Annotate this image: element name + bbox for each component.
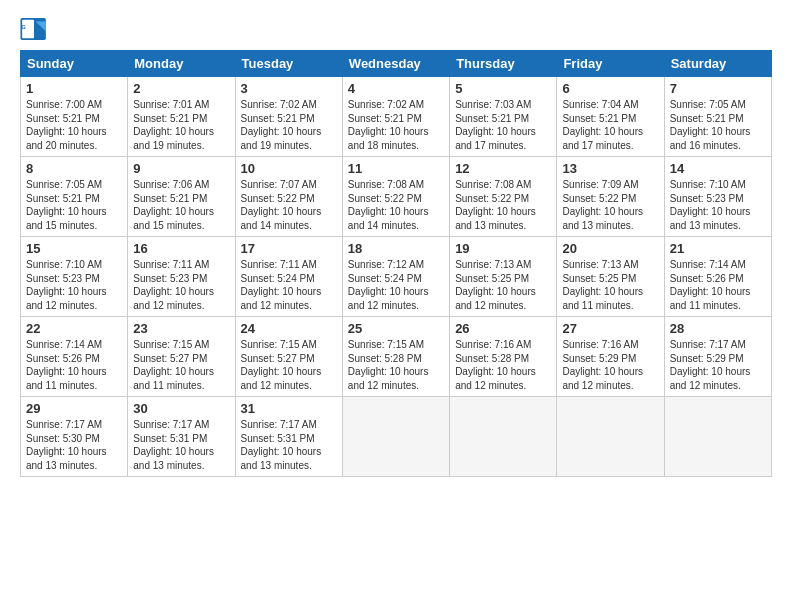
day-number: 31 <box>241 401 337 416</box>
day-info: Sunrise: 7:14 AM Sunset: 5:26 PM Dayligh… <box>670 258 766 312</box>
weekday-header: Tuesday <box>235 51 342 77</box>
day-number: 30 <box>133 401 229 416</box>
weekday-header: Wednesday <box>342 51 449 77</box>
day-number: 20 <box>562 241 658 256</box>
day-info: Sunrise: 7:00 AM Sunset: 5:21 PM Dayligh… <box>26 98 122 152</box>
calendar-week-row: 8Sunrise: 7:05 AM Sunset: 5:21 PM Daylig… <box>21 157 772 237</box>
calendar-cell: 20Sunrise: 7:13 AM Sunset: 5:25 PM Dayli… <box>557 237 664 317</box>
day-number: 17 <box>241 241 337 256</box>
day-info: Sunrise: 7:12 AM Sunset: 5:24 PM Dayligh… <box>348 258 444 312</box>
day-info: Sunrise: 7:07 AM Sunset: 5:22 PM Dayligh… <box>241 178 337 232</box>
day-info: Sunrise: 7:05 AM Sunset: 5:21 PM Dayligh… <box>670 98 766 152</box>
day-info: Sunrise: 7:08 AM Sunset: 5:22 PM Dayligh… <box>348 178 444 232</box>
day-number: 27 <box>562 321 658 336</box>
day-info: Sunrise: 7:01 AM Sunset: 5:21 PM Dayligh… <box>133 98 229 152</box>
day-number: 28 <box>670 321 766 336</box>
day-number: 29 <box>26 401 122 416</box>
calendar-cell: 2Sunrise: 7:01 AM Sunset: 5:21 PM Daylig… <box>128 77 235 157</box>
calendar-cell: 13Sunrise: 7:09 AM Sunset: 5:22 PM Dayli… <box>557 157 664 237</box>
day-info: Sunrise: 7:13 AM Sunset: 5:25 PM Dayligh… <box>455 258 551 312</box>
day-number: 3 <box>241 81 337 96</box>
calendar-cell: 6Sunrise: 7:04 AM Sunset: 5:21 PM Daylig… <box>557 77 664 157</box>
day-info: Sunrise: 7:13 AM Sunset: 5:25 PM Dayligh… <box>562 258 658 312</box>
calendar-cell: 12Sunrise: 7:08 AM Sunset: 5:22 PM Dayli… <box>450 157 557 237</box>
day-number: 16 <box>133 241 229 256</box>
calendar-week-row: 22Sunrise: 7:14 AM Sunset: 5:26 PM Dayli… <box>21 317 772 397</box>
day-number: 24 <box>241 321 337 336</box>
day-info: Sunrise: 7:15 AM Sunset: 5:27 PM Dayligh… <box>133 338 229 392</box>
calendar-cell: 23Sunrise: 7:15 AM Sunset: 5:27 PM Dayli… <box>128 317 235 397</box>
day-number: 10 <box>241 161 337 176</box>
calendar-cell: 8Sunrise: 7:05 AM Sunset: 5:21 PM Daylig… <box>21 157 128 237</box>
calendar-cell <box>342 397 449 477</box>
day-info: Sunrise: 7:03 AM Sunset: 5:21 PM Dayligh… <box>455 98 551 152</box>
page-container: G SundayMondayTuesdayWednesdayThursdayFr… <box>0 0 792 487</box>
day-info: Sunrise: 7:02 AM Sunset: 5:21 PM Dayligh… <box>241 98 337 152</box>
day-info: Sunrise: 7:17 AM Sunset: 5:31 PM Dayligh… <box>241 418 337 472</box>
day-number: 22 <box>26 321 122 336</box>
day-number: 18 <box>348 241 444 256</box>
day-info: Sunrise: 7:05 AM Sunset: 5:21 PM Dayligh… <box>26 178 122 232</box>
day-info: Sunrise: 7:17 AM Sunset: 5:31 PM Dayligh… <box>133 418 229 472</box>
calendar-week-row: 1Sunrise: 7:00 AM Sunset: 5:21 PM Daylig… <box>21 77 772 157</box>
day-info: Sunrise: 7:15 AM Sunset: 5:27 PM Dayligh… <box>241 338 337 392</box>
calendar-cell: 9Sunrise: 7:06 AM Sunset: 5:21 PM Daylig… <box>128 157 235 237</box>
day-number: 9 <box>133 161 229 176</box>
day-number: 21 <box>670 241 766 256</box>
calendar-cell: 3Sunrise: 7:02 AM Sunset: 5:21 PM Daylig… <box>235 77 342 157</box>
day-info: Sunrise: 7:09 AM Sunset: 5:22 PM Dayligh… <box>562 178 658 232</box>
calendar-cell: 17Sunrise: 7:11 AM Sunset: 5:24 PM Dayli… <box>235 237 342 317</box>
calendar-cell: 27Sunrise: 7:16 AM Sunset: 5:29 PM Dayli… <box>557 317 664 397</box>
calendar-cell: 19Sunrise: 7:13 AM Sunset: 5:25 PM Dayli… <box>450 237 557 317</box>
day-number: 19 <box>455 241 551 256</box>
calendar-cell: 15Sunrise: 7:10 AM Sunset: 5:23 PM Dayli… <box>21 237 128 317</box>
calendar-cell: 14Sunrise: 7:10 AM Sunset: 5:23 PM Dayli… <box>664 157 771 237</box>
calendar-cell: 24Sunrise: 7:15 AM Sunset: 5:27 PM Dayli… <box>235 317 342 397</box>
header: G <box>20 18 772 40</box>
day-info: Sunrise: 7:11 AM Sunset: 5:24 PM Dayligh… <box>241 258 337 312</box>
calendar-cell: 7Sunrise: 7:05 AM Sunset: 5:21 PM Daylig… <box>664 77 771 157</box>
day-number: 7 <box>670 81 766 96</box>
calendar-cell: 1Sunrise: 7:00 AM Sunset: 5:21 PM Daylig… <box>21 77 128 157</box>
weekday-header: Saturday <box>664 51 771 77</box>
calendar-cell: 29Sunrise: 7:17 AM Sunset: 5:30 PM Dayli… <box>21 397 128 477</box>
weekday-header: Monday <box>128 51 235 77</box>
calendar-cell: 21Sunrise: 7:14 AM Sunset: 5:26 PM Dayli… <box>664 237 771 317</box>
day-info: Sunrise: 7:17 AM Sunset: 5:30 PM Dayligh… <box>26 418 122 472</box>
calendar-cell: 22Sunrise: 7:14 AM Sunset: 5:26 PM Dayli… <box>21 317 128 397</box>
day-number: 15 <box>26 241 122 256</box>
day-info: Sunrise: 7:16 AM Sunset: 5:29 PM Dayligh… <box>562 338 658 392</box>
calendar-cell: 30Sunrise: 7:17 AM Sunset: 5:31 PM Dayli… <box>128 397 235 477</box>
logo-icon: G <box>20 18 48 40</box>
day-info: Sunrise: 7:17 AM Sunset: 5:29 PM Dayligh… <box>670 338 766 392</box>
day-number: 6 <box>562 81 658 96</box>
calendar-week-row: 29Sunrise: 7:17 AM Sunset: 5:30 PM Dayli… <box>21 397 772 477</box>
day-number: 8 <box>26 161 122 176</box>
day-info: Sunrise: 7:10 AM Sunset: 5:23 PM Dayligh… <box>26 258 122 312</box>
calendar-cell <box>664 397 771 477</box>
calendar-cell: 10Sunrise: 7:07 AM Sunset: 5:22 PM Dayli… <box>235 157 342 237</box>
day-number: 25 <box>348 321 444 336</box>
calendar-cell: 26Sunrise: 7:16 AM Sunset: 5:28 PM Dayli… <box>450 317 557 397</box>
weekday-header: Friday <box>557 51 664 77</box>
day-info: Sunrise: 7:06 AM Sunset: 5:21 PM Dayligh… <box>133 178 229 232</box>
day-number: 1 <box>26 81 122 96</box>
day-number: 14 <box>670 161 766 176</box>
day-info: Sunrise: 7:10 AM Sunset: 5:23 PM Dayligh… <box>670 178 766 232</box>
day-number: 2 <box>133 81 229 96</box>
calendar-cell <box>557 397 664 477</box>
logo: G <box>20 18 52 40</box>
day-number: 4 <box>348 81 444 96</box>
calendar-cell: 11Sunrise: 7:08 AM Sunset: 5:22 PM Dayli… <box>342 157 449 237</box>
svg-text:G: G <box>21 24 26 30</box>
day-info: Sunrise: 7:08 AM Sunset: 5:22 PM Dayligh… <box>455 178 551 232</box>
day-info: Sunrise: 7:16 AM Sunset: 5:28 PM Dayligh… <box>455 338 551 392</box>
day-number: 23 <box>133 321 229 336</box>
calendar-header-row: SundayMondayTuesdayWednesdayThursdayFrid… <box>21 51 772 77</box>
calendar-cell: 4Sunrise: 7:02 AM Sunset: 5:21 PM Daylig… <box>342 77 449 157</box>
day-number: 26 <box>455 321 551 336</box>
weekday-header: Sunday <box>21 51 128 77</box>
day-number: 11 <box>348 161 444 176</box>
weekday-header: Thursday <box>450 51 557 77</box>
calendar-table: SundayMondayTuesdayWednesdayThursdayFrid… <box>20 50 772 477</box>
